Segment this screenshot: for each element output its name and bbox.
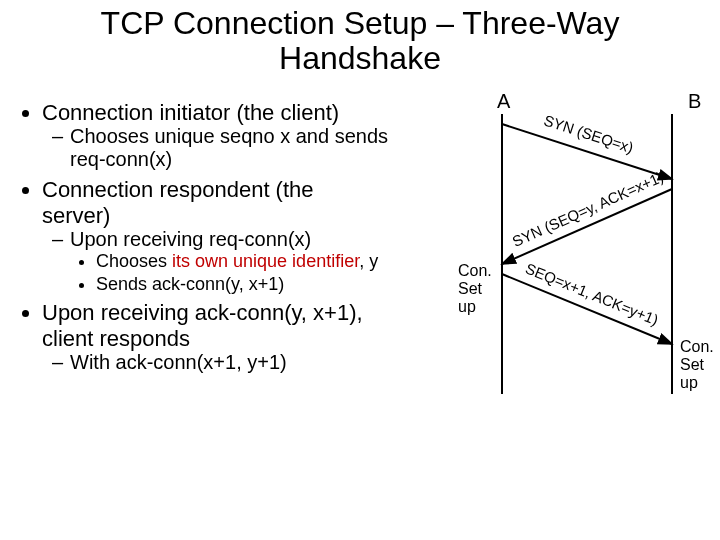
bullet-client-responds-l2: client responds: [42, 326, 190, 351]
bullet-client-responds: Upon receiving ack-conn(y, x+1), client …: [42, 300, 440, 374]
bullet-respondent-l2: server): [42, 203, 110, 228]
bullet-respondent-upon-text: Upon receiving req-conn(x): [70, 228, 311, 250]
bullet-respondent: Connection respondent (the server) Upon …: [42, 177, 440, 294]
bullet-initiator-text: Connection initiator (the client): [42, 100, 339, 125]
handshake-diagram: A B SYN (SEQ=x) SYN (SEQ=y, ACK=x+1) SEQ…: [442, 94, 716, 414]
bullet-chooses-id: Chooses its own unique identifier, y: [96, 251, 440, 272]
bullet-initiator-choose-l1: Chooses unique seqno x and sends: [70, 125, 388, 147]
bullet-chooses-id-red: its own unique identifier: [172, 251, 359, 271]
bullet-client-responds-l1: Upon receiving ack-conn(y, x+1),: [42, 300, 363, 325]
bullet-chooses-id-b: , y: [359, 251, 378, 271]
side-b-l2: Set: [680, 356, 705, 373]
slide-body: Connection initiator (the client) Choose…: [20, 100, 440, 380]
bullet-initiator-choose: Chooses unique seqno x and sends req-con…: [70, 125, 440, 171]
bullet-chooses-id-a: Chooses: [96, 251, 172, 271]
side-a-l2: Set: [458, 280, 483, 297]
side-b-l3: up: [680, 374, 698, 391]
handshake-svg: A B SYN (SEQ=x) SYN (SEQ=y, ACK=x+1) SEQ…: [442, 94, 716, 414]
side-b-l1: Con.: [680, 338, 714, 355]
bullet-sends-ack: Sends ack-conn(y, x+1): [96, 274, 440, 295]
bullet-with-ack: With ack-conn(x+1, y+1): [70, 351, 440, 374]
bullet-respondent-upon: Upon receiving req-conn(x) Chooses its o…: [70, 228, 440, 294]
bullet-respondent-l1: Connection respondent (the: [42, 177, 314, 202]
side-a-l1: Con.: [458, 262, 492, 279]
host-b-label: B: [688, 94, 701, 112]
msg1-label: SYN (SEQ=x): [542, 111, 636, 156]
slide-title: TCP Connection Setup – Three-Way Handsha…: [60, 6, 660, 76]
host-a-label: A: [497, 94, 511, 112]
side-a-l3: up: [458, 298, 476, 315]
msg3-label: SEQ=x+1, ACK=y+1): [523, 259, 661, 328]
bullet-initiator-choose-l2: req-conn(x): [70, 148, 172, 170]
msg2-label: SYN (SEQ=y, ACK=x+1): [510, 168, 666, 250]
bullet-initiator: Connection initiator (the client) Choose…: [42, 100, 440, 171]
